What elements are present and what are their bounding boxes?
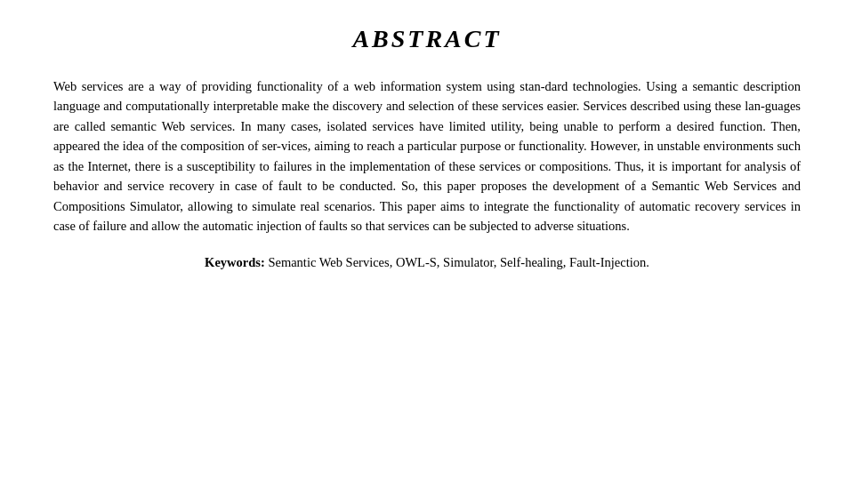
- abstract-body: Web services are a way of providing func…: [53, 76, 801, 272]
- abstract-title: ABSTRACT: [352, 25, 501, 53]
- keywords-value: Semantic Web Services, OWL-S, Simulator,…: [265, 255, 649, 269]
- abstract-paragraph: Web services are a way of providing func…: [53, 76, 801, 236]
- keywords-label: Keywords:: [205, 255, 265, 269]
- keywords-line: Keywords: Semantic Web Services, OWL-S, …: [53, 252, 801, 272]
- page: ABSTRACT Web services are a way of provi…: [0, 0, 854, 504]
